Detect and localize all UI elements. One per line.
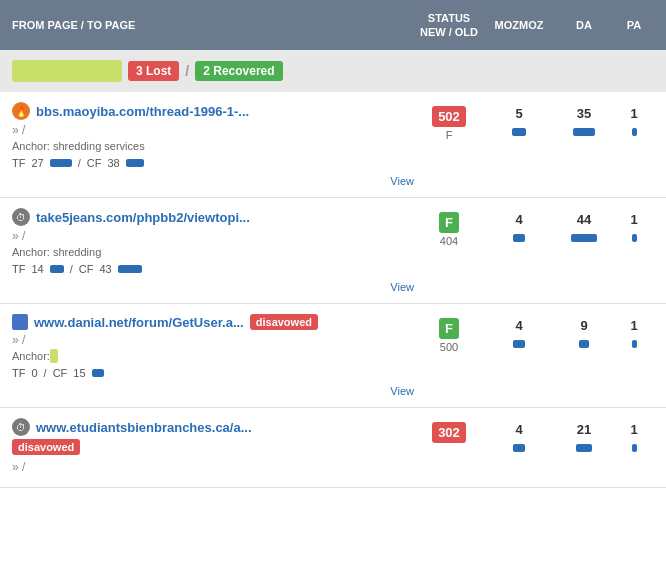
recovered-badge[interactable]: 2 Recovered	[195, 61, 282, 81]
tf-bar	[50, 265, 64, 273]
cf-separator: /	[70, 263, 73, 275]
da-cell: 21	[554, 418, 614, 454]
tf-label: TF	[12, 263, 25, 275]
link-main: ⏱ www.etudiantsbienbranches.ca/a... disa…	[12, 418, 414, 477]
status-code: 502	[432, 106, 466, 127]
moz-bar	[512, 128, 526, 136]
status-letter: F	[414, 129, 484, 141]
pa-cell: 1	[614, 102, 654, 138]
view-link[interactable]: View	[12, 281, 414, 293]
status-cell: F 404	[414, 208, 484, 247]
pa-num: 1	[614, 106, 654, 121]
tf-label: TF	[12, 157, 25, 169]
tf-cf-line: TF 27 / CF 38	[12, 157, 414, 169]
da-bar	[573, 128, 595, 136]
cf-separator: /	[78, 157, 81, 169]
da-num: 9	[554, 318, 614, 333]
link-url[interactable]: take5jeans.com/phpbb2/viewtopi...	[36, 210, 250, 225]
anchor-highlight	[50, 349, 58, 363]
pa-num: 1	[614, 318, 654, 333]
tf-value: 27	[31, 157, 43, 169]
moz-cell: 4	[484, 418, 554, 454]
table-row: www.danial.net/forum/GetUser.a... disavo…	[0, 304, 666, 408]
pa-bar	[632, 234, 637, 242]
moz-bar	[513, 444, 525, 452]
moz-num: 5	[484, 106, 554, 121]
filter-bar-graphic	[12, 60, 122, 82]
cf-label: CF	[87, 157, 102, 169]
arrow-line: » /	[12, 460, 414, 474]
disavow-badge: disavowed	[12, 439, 80, 455]
link-main: 🔥 bbs.maoyiba.com/thread-1996-1-... » / …	[12, 102, 414, 187]
table-row: ⏱ take5jeans.com/phpbb2/viewtopi... » / …	[0, 198, 666, 304]
status-code: 404	[414, 235, 484, 247]
pa-bar	[632, 128, 637, 136]
lost-badge[interactable]: 3 Lost	[128, 61, 179, 81]
table-row: 🔥 bbs.maoyiba.com/thread-1996-1-... » / …	[0, 92, 666, 198]
moz-num: 4	[484, 212, 554, 227]
tf-cf-line: TF 0 / CF 15	[12, 367, 414, 379]
moz-bar	[513, 340, 525, 348]
anchor-text-label: Anchor:	[12, 350, 50, 362]
tf-cf-line: TF 14 / CF 43	[12, 263, 414, 275]
pa-cell: 1	[614, 314, 654, 350]
cf-value: 15	[73, 367, 85, 379]
link-main: www.danial.net/forum/GetUser.a... disavo…	[12, 314, 414, 397]
link-url[interactable]: bbs.maoyiba.com/thread-1996-1-...	[36, 104, 249, 119]
da-num: 35	[554, 106, 614, 121]
disavow-badge: disavowed	[250, 314, 318, 330]
da-num: 44	[554, 212, 614, 227]
pa-bar	[632, 444, 637, 452]
status-code: 500	[414, 341, 484, 353]
table-row: ⏱ www.etudiantsbienbranches.ca/a... disa…	[0, 408, 666, 488]
moz-num: 4	[484, 422, 554, 437]
da-bar	[579, 340, 589, 348]
pa-bar	[632, 340, 637, 348]
header-from-to: FROM PAGE / TO PAGE	[12, 19, 414, 31]
status-cell: F 500	[414, 314, 484, 353]
cf-bar	[92, 369, 104, 377]
status-letter-top: F	[439, 318, 459, 339]
da-cell: 44	[554, 208, 614, 244]
filter-row: 3 Lost / 2 Recovered	[0, 50, 666, 92]
da-cell: 9	[554, 314, 614, 350]
status-cell: 502 F	[414, 102, 484, 141]
cf-label: CF	[79, 263, 94, 275]
view-link[interactable]: View	[12, 385, 414, 397]
header-da: DA	[554, 19, 614, 31]
arrow-line: » /	[12, 229, 414, 243]
cf-value: 38	[107, 157, 119, 169]
link-icon-orange: 🔥	[12, 102, 30, 120]
view-link[interactable]: View	[12, 175, 414, 187]
da-bar	[576, 444, 592, 452]
link-icon-clock: ⏱	[12, 418, 30, 436]
link-icon-clock: ⏱	[12, 208, 30, 226]
header-status: STATUS NEW / OLD	[414, 11, 484, 40]
pa-cell: 1	[614, 208, 654, 244]
tf-value: 14	[31, 263, 43, 275]
cf-bar	[126, 159, 144, 167]
arrow-line: » /	[12, 123, 414, 137]
da-num: 21	[554, 422, 614, 437]
cf-label: CF	[53, 367, 68, 379]
cf-bar	[118, 265, 142, 273]
link-main: ⏱ take5jeans.com/phpbb2/viewtopi... » / …	[12, 208, 414, 293]
link-url[interactable]: www.danial.net/forum/GetUser.a...	[34, 315, 244, 330]
anchor-line: Anchor: shredding	[12, 246, 414, 258]
link-url[interactable]: www.etudiantsbienbranches.ca/a...	[36, 420, 252, 435]
pa-num: 1	[614, 212, 654, 227]
moz-cell: 4	[484, 208, 554, 244]
tf-bar	[50, 159, 72, 167]
header-mozmoz: MOZMOZ	[484, 19, 554, 31]
arrow-line: » /	[12, 333, 414, 347]
tf-label: TF	[12, 367, 25, 379]
status-code: 302	[432, 422, 466, 443]
pa-cell: 1	[614, 418, 654, 454]
moz-cell: 5	[484, 102, 554, 138]
anchor-line: Anchor: shredding services	[12, 140, 414, 152]
status-letter-top: F	[439, 212, 459, 233]
da-cell: 35	[554, 102, 614, 138]
moz-bar	[513, 234, 525, 242]
anchor-line: Anchor:	[12, 350, 414, 362]
filter-separator: /	[185, 63, 189, 79]
